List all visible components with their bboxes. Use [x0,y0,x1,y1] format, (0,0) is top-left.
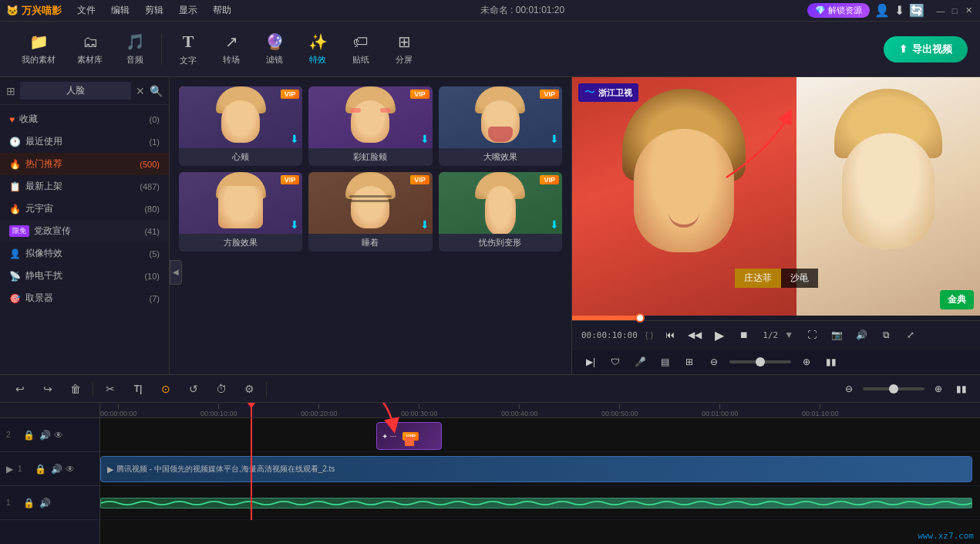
category-static[interactable]: 📡 静电干扰 (10) [0,265,169,287]
tool-my-media[interactable]: 📁 我的素材 [12,28,65,70]
grid-view-icon[interactable]: ⊞ [6,85,15,97]
transition-label: 转场 [223,54,240,66]
menu-display[interactable]: 显示 [173,2,204,19]
timer-button[interactable]: ⏱ [210,378,232,400]
menu-help[interactable]: 帮助 [207,2,237,19]
panel-toggle-button[interactable]: ▮▮ [822,353,840,371]
menu-file[interactable]: 文件 [71,2,102,19]
track-lock-icon-2[interactable]: 🔒 [23,430,35,441]
step-back-button[interactable]: ⏮ [661,326,679,344]
unlock-resources-button[interactable]: 💎 解锁资源 [807,3,870,18]
download-icon-2[interactable]: ⬇ [420,133,429,145]
track-volume-icon-audio[interactable]: 🔊 [39,498,51,509]
category-viewfinder[interactable]: 🎯 取景器 (7) [0,287,169,309]
fit-button[interactable]: ⤢ [901,326,920,344]
tool-effects[interactable]: ✨ 特效 [298,28,338,70]
close-button[interactable]: ✕ [963,5,974,16]
effect-clip-vip[interactable]: ✦ ··· VIP [376,422,442,450]
search-tab-icon[interactable]: 🔍 [150,85,163,97]
track-lock-icon-1[interactable]: 🔒 [35,464,46,475]
tool-audio[interactable]: 🎵 音频 [115,28,155,70]
pip-button[interactable]: ⧉ [877,326,895,344]
zoom-in-button[interactable]: ⊕ [797,353,816,371]
tl-panel-toggle[interactable]: ▮▮ [952,380,971,398]
tl-zoom-out[interactable]: ⊖ [840,380,858,398]
download-icon-6[interactable]: ⬇ [550,218,559,231]
vip-badge-4: VIP [281,175,300,184]
refresh-icon[interactable]: 🔄 [909,3,924,18]
effect-card-4[interactable]: VIP ⬇ 方脸效果 [179,172,302,252]
effect-card-2[interactable]: VIP ⬇ 彩虹脸颊 [308,86,432,166]
category-favorites[interactable]: ♥ 收藏 (0) [0,108,169,130]
caption-button[interactable]: ▤ [655,353,674,371]
track-number-2: 2 [6,431,19,439]
reverse-button[interactable]: ↺ [183,378,204,400]
effect-card-3[interactable]: VIP ⬇ 大嘴效果 [439,86,562,166]
track-eye-icon-1[interactable]: 👁 [66,464,75,475]
category-tab-face[interactable]: 人脸 [20,82,131,100]
settings-button[interactable]: ⚙ [238,378,260,400]
category-recent[interactable]: 🕐 最近使用 (1) [0,130,169,153]
category-propaganda[interactable]: 限免 党政宣传 (41) [0,220,169,242]
track-lock-icon-audio[interactable]: 🔒 [23,498,35,509]
menu-clip[interactable]: 剪辑 [139,2,170,19]
tl-zoom-in[interactable]: ⊕ [929,380,948,398]
zoom-out-button[interactable]: ⊖ [705,353,723,371]
shield-button[interactable]: 🛡 [606,353,625,371]
ruler-40: 00:00:40:00 [501,404,538,417]
play-from-start-button[interactable]: ▶| [581,353,600,371]
category-new[interactable]: 📋 最新上架 (487) [0,175,169,198]
playback-mode-dropdown[interactable]: ▼ [784,329,793,340]
audio-clip[interactable] [100,498,972,509]
zoom-slider[interactable] [729,360,791,363]
category-avatar[interactable]: 👤 拟像特效 (5) [0,242,169,265]
tool-sticker[interactable]: 🏷 贴纸 [341,29,381,70]
stop-button[interactable]: ⏹ [735,326,753,344]
effect-card-6[interactable]: VIP ⬇ 忧伤到变形 [439,172,562,252]
download-icon-3[interactable]: ⬇ [550,133,559,145]
download-icon[interactable]: ⬇ [894,3,904,18]
tool-filter[interactable]: 🔮 滤镜 [254,28,295,70]
zoom-slider-thumb[interactable] [756,357,765,367]
tool-transition[interactable]: ↗ 转场 [211,28,251,70]
playback-progress-bar[interactable] [572,316,980,320]
tool-split[interactable]: ⊞ 分屏 [384,28,424,70]
delete-button[interactable]: 🗑 [65,378,86,400]
playback-thumb[interactable] [635,313,645,323]
frame-back-button[interactable]: ◀◀ [685,326,704,344]
effect-card-1[interactable]: VIP ⬇ 心颊 [179,86,302,166]
track-eye-icon-2[interactable]: 👁 [54,430,63,441]
play-button[interactable]: ▶ [710,326,729,344]
effect-card-5[interactable]: VIP ⬇ 睡着 [308,172,432,252]
tool-text[interactable]: T 文字 [168,27,208,71]
minimize-button[interactable]: — [935,5,946,16]
user-icon[interactable]: 👤 [874,3,890,18]
mute-button[interactable]: 🔊 [852,326,871,344]
split-text-button[interactable]: T| [127,378,149,400]
panel-collapse-arrow[interactable]: ◀ [170,260,182,285]
track-icons-audio: 🔊 [39,498,51,509]
mic-button[interactable]: 🎤 [631,353,649,371]
cut-button[interactable]: ✂ [99,378,121,400]
track-volume-icon-2[interactable]: 🔊 [39,430,51,441]
redo-button[interactable]: ↪ [37,378,59,400]
tl-zoom-thumb[interactable] [889,384,898,394]
video-clip[interactable]: ▶ 腾讯视频 - 中国领先的视频媒体平台,海量高清视频在线观看_2.ts [100,456,972,482]
track-volume-icon-1[interactable]: 🔊 [51,464,62,475]
category-metaverse[interactable]: 🔥 元宇宙 (80) [0,198,169,220]
fullscreen-button[interactable]: ⛶ [803,326,821,344]
tl-zoom-slider[interactable] [863,387,924,390]
menu-edit[interactable]: 编辑 [105,2,136,19]
category-hot[interactable]: 🔥 热门推荐 (500) [0,153,169,175]
maximize-button[interactable]: □ [949,5,960,16]
overlay-button[interactable]: ⊞ [680,353,699,371]
download-icon-4[interactable]: ⬇ [290,218,299,231]
download-icon-1[interactable]: ⬇ [290,133,299,145]
tool-library[interactable]: 🗂 素材库 [68,29,112,70]
undo-button[interactable]: ↩ [9,378,31,400]
playhead-snap-button[interactable]: ⊙ [155,378,177,400]
screenshot-button[interactable]: 📷 [827,326,846,344]
download-icon-5[interactable]: ⬇ [420,218,429,231]
close-tab-icon[interactable]: ✕ [136,85,145,97]
export-video-button[interactable]: ⬆ 导出视频 [884,36,968,63]
